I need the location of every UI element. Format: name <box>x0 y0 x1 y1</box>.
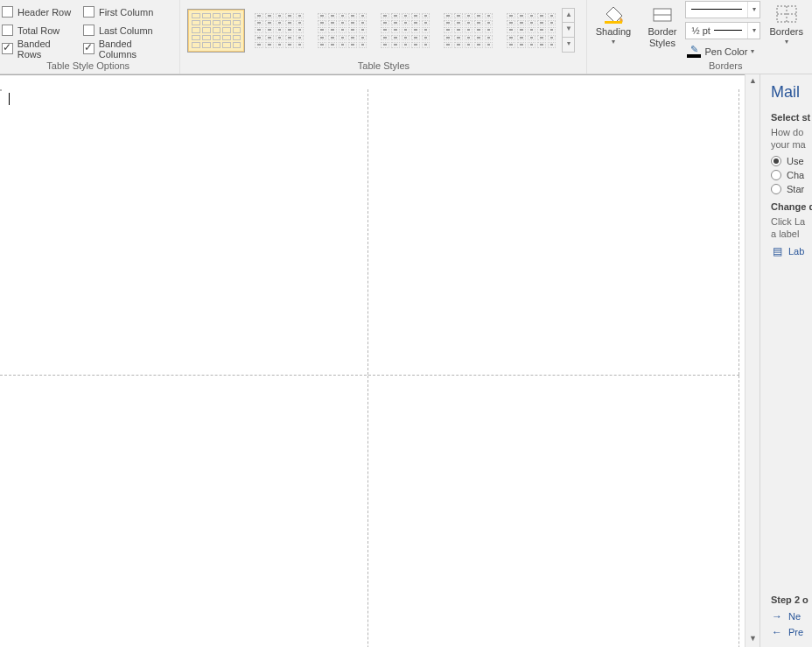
wizard-prev-link[interactable]: ← Pre <box>771 626 812 638</box>
mail-merge-taskpane: Mail Select st How do your ma Use Cha St… <box>760 74 812 647</box>
chk-banded-columns[interactable]: Banded Columns <box>81 39 177 58</box>
checkbox-total-row[interactable] <box>2 25 13 36</box>
document-area[interactable] <box>0 74 745 647</box>
radio-input-change[interactable] <box>771 170 781 180</box>
group-label: Borders <box>639 60 812 74</box>
label-options-link[interactable]: ▤ Lab <box>771 245 812 257</box>
shading-button[interactable]: Shading ▾ <box>591 2 636 60</box>
svg-rect-0 <box>605 21 622 24</box>
pen-color-icon: ✎ <box>687 46 701 58</box>
borders-icon <box>773 4 801 25</box>
document-page <box>0 89 739 647</box>
tp-help-text: How do your ma <box>771 126 812 151</box>
chevron-down-icon: ▾ <box>612 38 615 46</box>
radio-start-from[interactable]: Star <box>771 184 812 194</box>
wizard-next-link[interactable]: → Ne <box>771 610 812 622</box>
chk-label: Banded Rows <box>18 39 76 60</box>
radio-input-start[interactable] <box>771 184 781 194</box>
checkbox-banded-columns[interactable] <box>83 43 94 54</box>
table-style-thumb-1[interactable] <box>187 9 245 53</box>
checkbox-header-row[interactable] <box>2 6 13 18</box>
border-styles-button[interactable]: Border Styles <box>642 2 682 60</box>
link-text: Lab <box>788 246 804 257</box>
table-style-thumb-2[interactable] <box>250 9 308 53</box>
workspace: ▲ ▼ <box>0 74 760 647</box>
checkbox-first-column[interactable] <box>83 6 94 18</box>
group-table-style-options: Header Row Total Row Banded Rows First C… <box>0 0 180 74</box>
table-styles-gallery <box>187 9 560 53</box>
link-text: Ne <box>788 611 801 622</box>
arrow-left-icon: ← <box>771 626 783 638</box>
chevron-down-icon[interactable]: ▾ <box>747 2 760 18</box>
tp-select-heading: Select st <box>771 112 812 123</box>
chk-first-column[interactable]: First Column <box>81 3 177 21</box>
gallery-more[interactable]: ▾ <box>562 38 575 53</box>
label-icon: ▤ <box>771 245 783 257</box>
group-label: Table Styles <box>180 60 586 74</box>
pen-color-label: Pen Color <box>704 46 747 57</box>
borders-button[interactable]: Borders ▾ <box>764 2 808 60</box>
checkbox-last-column[interactable] <box>83 25 94 36</box>
chevron-down-icon[interactable]: ▾ <box>747 23 760 39</box>
radio-label: Cha <box>787 170 804 180</box>
line-weight-value: ½ pt <box>691 25 710 36</box>
table-style-thumb-5[interactable] <box>439 9 497 53</box>
group-borders: Border Styles ▾ ½ pt ▾ ✎ Pen Color ▾ <box>639 0 812 74</box>
gallery-scroll-down[interactable]: ▼ <box>562 23 575 38</box>
gallery-scroll-up[interactable]: ▲ <box>562 8 575 23</box>
group-table-styles: ▲ ▼ ▾ Table Styles <box>180 0 587 74</box>
chk-header-row[interactable]: Header Row <box>0 3 81 21</box>
radio-input-use[interactable] <box>771 156 781 166</box>
chevron-down-icon: ▾ <box>751 47 754 55</box>
chk-label: Header Row <box>18 7 71 18</box>
pen-color-button[interactable]: ✎ Pen Color ▾ <box>685 43 760 60</box>
chk-label: Last Column <box>99 25 153 36</box>
tp-change-heading: Change d <box>771 201 812 212</box>
table-style-thumb-3[interactable] <box>313 9 371 53</box>
radio-label: Star <box>787 184 804 194</box>
chk-total-row[interactable]: Total Row <box>0 21 81 39</box>
step-indicator: Step 2 o <box>771 594 812 605</box>
ribbon: Header Row Total Row Banded Rows First C… <box>0 0 812 74</box>
line-preview <box>714 30 743 31</box>
taskpane-title: Mail <box>771 83 812 102</box>
table-style-thumb-6[interactable] <box>502 9 560 53</box>
text-cursor <box>9 93 10 105</box>
radio-change-layout[interactable]: Cha <box>771 170 812 180</box>
borders-label: Borders <box>769 26 803 38</box>
chk-label: First Column <box>99 7 153 18</box>
line-preview <box>691 9 742 10</box>
radio-use-current[interactable]: Use <box>771 156 812 166</box>
group-label: Table Style Options <box>0 60 176 74</box>
gallery-scroll: ▲ ▼ ▾ <box>562 8 575 53</box>
radio-label: Use <box>787 156 804 166</box>
line-style-combo[interactable]: ▾ <box>685 1 760 18</box>
group-shading: Shading ▾ <box>587 0 639 74</box>
chk-banded-rows[interactable]: Banded Rows <box>0 39 81 58</box>
border-styles-icon <box>648 4 676 25</box>
tp-change-help: Click La a label <box>771 215 812 240</box>
vertical-scrollbar[interactable]: ▲ ▼ <box>745 74 760 647</box>
chevron-down-icon: ▾ <box>785 38 788 46</box>
label-grid <box>0 89 739 647</box>
line-weight-combo[interactable]: ½ pt ▾ <box>685 22 760 39</box>
link-text: Pre <box>788 627 803 637</box>
scroll-down-button[interactable]: ▼ <box>746 632 760 647</box>
scroll-up-button[interactable]: ▲ <box>746 74 760 89</box>
chk-last-column[interactable]: Last Column <box>81 21 177 39</box>
chk-label: Banded Columns <box>99 39 172 60</box>
checkbox-banded-rows[interactable] <box>2 43 13 54</box>
border-styles-label: Border Styles <box>648 26 676 49</box>
chk-label: Total Row <box>18 25 60 36</box>
table-style-thumb-4[interactable] <box>376 9 434 53</box>
arrow-right-icon: → <box>771 610 783 622</box>
shading-label: Shading <box>596 26 631 38</box>
paint-bucket-icon <box>599 4 627 25</box>
